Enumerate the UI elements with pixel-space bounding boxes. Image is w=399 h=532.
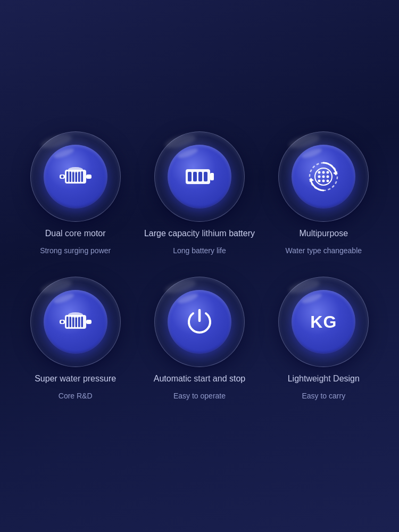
svg-point-41 <box>327 180 329 182</box>
svg-rect-16 <box>75 171 77 182</box>
svg-rect-44 <box>69 317 71 327</box>
svg-rect-43 <box>66 317 69 327</box>
svg-point-20 <box>61 176 63 178</box>
label-primary-motor: Dual core motor <box>45 228 106 239</box>
icon-inner-water-pressure <box>44 290 107 354</box>
svg-rect-18 <box>81 171 83 182</box>
svg-point-36 <box>318 176 321 178</box>
svg-rect-15 <box>72 171 74 182</box>
icon-inner-battery <box>168 145 231 209</box>
svg-rect-21 <box>86 174 92 179</box>
svg-rect-13 <box>66 171 69 182</box>
svg-rect-47 <box>78 317 80 327</box>
label-secondary-multipurpose: Water type changeable <box>286 246 362 255</box>
label-primary-water-pressure: Super water pressure <box>35 373 116 385</box>
svg-point-38 <box>327 176 329 178</box>
label-secondary-lightweight: Easy to carry <box>302 391 345 401</box>
label-secondary-auto-start: Easy to operate <box>173 391 226 401</box>
label-primary-auto-start: Automatic start and stop <box>154 373 246 385</box>
svg-rect-28 <box>204 172 207 181</box>
svg-rect-25 <box>188 172 192 181</box>
label-primary-battery: Large capacity lithium battery <box>144 228 255 239</box>
svg-rect-51 <box>86 320 92 324</box>
icon-outer-multipurpose <box>278 131 369 222</box>
feature-cell-auto-start: Automatic start and stopEasy to operate <box>143 277 256 401</box>
features-grid: Dual core motorStrong surging power Larg… <box>8 110 391 422</box>
icon-inner-auto-start <box>168 290 231 354</box>
svg-point-33 <box>318 171 321 174</box>
svg-point-40 <box>322 180 325 182</box>
svg-point-39 <box>318 180 321 182</box>
label-primary-lightweight: Lightweight Design <box>288 373 360 385</box>
icon-inner-multipurpose <box>292 145 355 209</box>
svg-rect-48 <box>81 317 83 327</box>
svg-point-37 <box>322 176 325 178</box>
feature-cell-multipurpose: MultipurposeWater type changeable <box>267 131 380 255</box>
svg-point-34 <box>322 171 325 174</box>
svg-rect-26 <box>193 172 197 181</box>
feature-cell-motor: Dual core motorStrong surging power <box>19 131 132 255</box>
svg-point-52 <box>68 312 83 318</box>
icon-outer-motor <box>30 131 121 222</box>
svg-rect-14 <box>69 171 71 182</box>
svg-rect-46 <box>75 317 77 327</box>
label-primary-multipurpose: Multipurpose <box>300 228 348 239</box>
icon-outer-battery <box>154 131 245 222</box>
icon-outer-auto-start <box>154 277 245 367</box>
icon-outer-lightweight: KG <box>278 277 369 367</box>
icon-outer-water-pressure <box>30 277 121 367</box>
svg-point-50 <box>61 321 63 323</box>
svg-point-22 <box>68 167 83 172</box>
svg-point-35 <box>327 171 329 174</box>
svg-rect-24 <box>210 173 214 180</box>
label-secondary-water-pressure: Core R&D <box>59 391 93 401</box>
label-secondary-motor: Strong surging power <box>40 246 111 255</box>
feature-cell-battery: Large capacity lithium batteryLong batte… <box>143 131 256 255</box>
feature-cell-lightweight: KGLightweight DesignEasy to carry <box>267 277 380 401</box>
kg-label: KG <box>310 312 337 332</box>
svg-rect-45 <box>72 317 74 327</box>
feature-cell-water-pressure: Super water pressureCore R&D <box>19 277 132 401</box>
icon-inner-lightweight: KG <box>292 290 355 354</box>
label-secondary-battery: Long battery life <box>173 246 226 255</box>
svg-rect-17 <box>78 171 80 182</box>
icon-inner-motor <box>44 145 107 209</box>
svg-rect-27 <box>198 172 202 181</box>
